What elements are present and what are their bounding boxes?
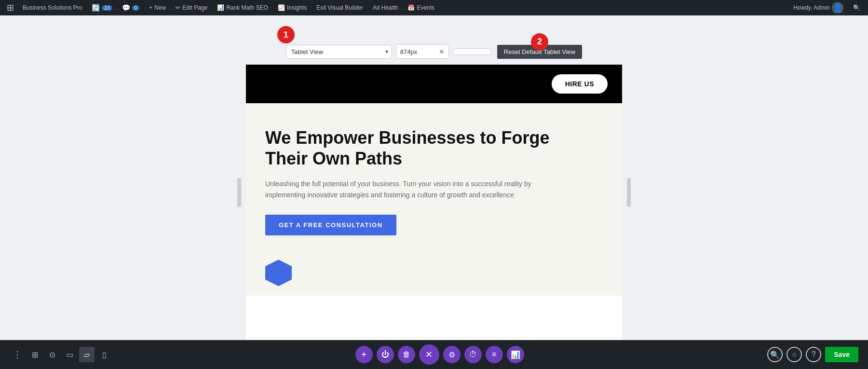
bar-chart-button[interactable]: ≡ (486, 346, 503, 363)
clock-button[interactable]: ⏱ (464, 346, 482, 363)
bottom-right: 🔍 ○ ? Save (767, 347, 858, 362)
tablet-view-button[interactable]: ▱ (79, 347, 95, 362)
exit-visual-builder-item[interactable]: Exit Visual Builder (312, 0, 367, 15)
search-right-button[interactable]: 🔍 (767, 347, 783, 362)
hire-us-button[interactable]: HIRE US (552, 74, 608, 94)
hero-title: We Empower Businesses to Forge Their Own… (265, 127, 555, 169)
edit-page-item[interactable]: ✏ Edit Page (172, 0, 211, 15)
site-header: HIRE US (246, 65, 622, 103)
events-item[interactable]: 📅 Events (404, 0, 438, 15)
admin-bar-right: Howdy, Admin 👤 🔍 (789, 0, 864, 15)
howdy-item[interactable]: Howdy, Admin 👤 (789, 0, 847, 15)
comments-item[interactable]: 💬 0 (118, 0, 144, 15)
new-item[interactable]: + New (145, 0, 170, 15)
icon-row (246, 250, 622, 296)
canvas-wrap: HIRE US We Empower Businesses to Forge T… (246, 65, 622, 369)
help-button[interactable]: ? (806, 347, 821, 362)
px-input[interactable]: 874px (396, 45, 435, 58)
px-input-wrap: 874px ✕ (396, 44, 449, 59)
view-toolbar: 1 Tablet View Desktop View Mobile View ▾… (286, 35, 582, 59)
close-button[interactable]: ✕ (419, 344, 439, 365)
hamburger-menu-button[interactable]: ⋮ (10, 347, 25, 362)
power-button[interactable]: ⏻ (377, 346, 394, 363)
get-free-consultation-button[interactable]: GET A FREE CONSULTATION (265, 215, 396, 235)
grid-view-button[interactable]: ⊞ (27, 347, 42, 362)
main-area: 1 Tablet View Desktop View Mobile View ▾… (0, 15, 868, 369)
bottom-left: ⋮ ⊞ ⊙ ▭ ▱ ▯ (10, 347, 112, 362)
admin-search-item[interactable]: 🔍 (849, 0, 864, 15)
px-clear-button[interactable]: ✕ (435, 45, 448, 58)
hexagon-icon (265, 260, 292, 286)
analytics-button[interactable]: 📊 (507, 346, 524, 363)
desktop-view-button[interactable]: ▭ (62, 347, 77, 362)
step-badge-2: 2 (531, 33, 548, 51)
step-badge-1: 1 (277, 26, 295, 43)
bottom-center: + ⏻ 🗑 ✕ ⚙ ⏱ ≡ 📊 (355, 344, 524, 365)
hero-subtitle: Unleashing the full potential of your bu… (265, 178, 545, 200)
circle-button[interactable]: ○ (787, 347, 802, 362)
admin-bar: ⊞ Business Solutions Pro 🔄 23 💬 0 + New … (0, 0, 868, 15)
px-extra-field (453, 48, 491, 55)
resize-handle-left[interactable] (237, 178, 241, 207)
view-select[interactable]: Tablet View Desktop View Mobile View (286, 45, 392, 59)
trash-button[interactable]: 🗑 (398, 346, 415, 363)
toolbar-section-2: 2 Reset Default Tablet View (497, 35, 582, 59)
updates-item[interactable]: 🔄 23 (88, 0, 116, 15)
rank-math-item[interactable]: 📊 Rank Math SEO (213, 0, 272, 15)
ad-health-item[interactable]: Ad Health (369, 0, 402, 15)
view-select-wrap: Tablet View Desktop View Mobile View ▾ (286, 45, 392, 59)
resize-handle-right[interactable] (627, 178, 631, 207)
mobile-view-button[interactable]: ▯ (96, 347, 112, 362)
hero-section: We Empower Businesses to Forge Their Own… (246, 103, 622, 250)
wp-logo-icon[interactable]: ⊞ (4, 2, 17, 13)
bottom-toolbar: ⋮ ⊞ ⊙ ▭ ▱ ▯ + ⏻ 🗑 ✕ ⚙ ⏱ ≡ 📊 🔍 ○ ? Save (0, 340, 868, 369)
insights-item[interactable]: 📈 Insights (274, 0, 311, 15)
add-element-button[interactable]: + (355, 346, 373, 363)
toolbar-section-1: 1 Tablet View Desktop View Mobile View ▾… (286, 35, 491, 59)
save-button[interactable]: Save (825, 347, 858, 362)
settings-button[interactable]: ⚙ (443, 346, 461, 363)
site-name[interactable]: Business Solutions Pro (19, 0, 86, 15)
search-view-button[interactable]: ⊙ (44, 347, 60, 362)
